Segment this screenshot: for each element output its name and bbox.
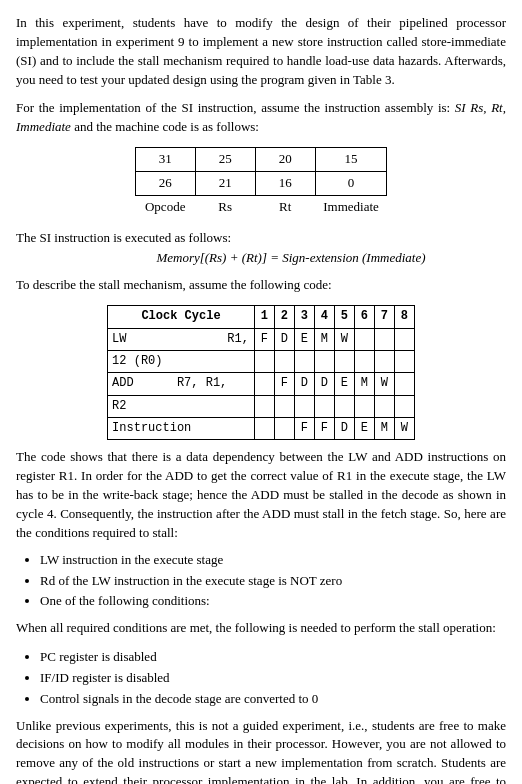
- lw-c3: E: [294, 328, 314, 350]
- instr-c2: [274, 418, 294, 440]
- lwr0-c1: [254, 350, 274, 372]
- lwr0-c5: [334, 350, 354, 372]
- lwr0-c2: [274, 350, 294, 372]
- si-intro-text: For the implementation of the SI instruc…: [16, 100, 455, 115]
- lw-c7: [374, 328, 394, 350]
- add-c2: F: [274, 373, 294, 395]
- add-r2-row: R2: [108, 395, 415, 417]
- cell-rt: Rt: [255, 195, 315, 218]
- lw-c4: M: [314, 328, 334, 350]
- addr2-c1: [254, 395, 274, 417]
- stall-bullet-1: LW instruction in the execute stage: [40, 551, 506, 570]
- cell-20: 20: [255, 148, 315, 172]
- clock-table-wrapper: Clock Cycle 1 2 3 4 5 6 7 8 LW R1, F D E…: [16, 305, 506, 440]
- cell-immediate: Immediate: [315, 195, 387, 218]
- lwr0-c3: [294, 350, 314, 372]
- cell-15: 15: [315, 148, 387, 172]
- col-4: 4: [314, 306, 334, 328]
- cell-16: 16: [255, 171, 315, 195]
- stall-op-bullet-3: Control signals in the decode stage are …: [40, 690, 506, 709]
- col-5: 5: [334, 306, 354, 328]
- lwr0-c6: [354, 350, 374, 372]
- lwr0-c4: [314, 350, 334, 372]
- stall-op-bullet-2: IF/ID register is disabled: [40, 669, 506, 688]
- lw-r0-row: 12 (R0): [108, 350, 415, 372]
- addr2-c5: [334, 395, 354, 417]
- table-row-top: 31 25 20 15: [135, 148, 387, 172]
- instr-row: Instruction F F D E M W: [108, 418, 415, 440]
- col-6: 6: [354, 306, 374, 328]
- add-c6: M: [354, 373, 374, 395]
- addr2-c7: [374, 395, 394, 417]
- instr-c1: [254, 418, 274, 440]
- add-c5: E: [334, 373, 354, 395]
- stall-bullet-3: One of the following conditions:: [40, 592, 506, 611]
- col-1: 1: [254, 306, 274, 328]
- instr-c7: M: [374, 418, 394, 440]
- intro-paragraph: In this experiment, students have to mod…: [16, 14, 506, 89]
- col-8: 8: [394, 306, 414, 328]
- addr2-c8: [394, 395, 414, 417]
- instr-c6: E: [354, 418, 374, 440]
- table-row-labels: Opcode Rs Rt Immediate: [135, 195, 387, 218]
- lw-label: LW R1,: [108, 328, 255, 350]
- lw-c5: W: [334, 328, 354, 350]
- lwr0-c8: [394, 350, 414, 372]
- instr-c4: F: [314, 418, 334, 440]
- execution-formula: Memory[(Rs) + (Rt)] = Sign-extension (Im…: [76, 249, 506, 268]
- addr2-c4: [314, 395, 334, 417]
- cell-25: 25: [195, 148, 255, 172]
- cell-26: 26: [135, 171, 195, 195]
- lw-c2: D: [274, 328, 294, 350]
- stall-op-bullet-1: PC register is disabled: [40, 648, 506, 667]
- cell-rs: Rs: [195, 195, 255, 218]
- cell-31: 31: [135, 148, 195, 172]
- add-row: ADD R7, R1, F D D E M W: [108, 373, 415, 395]
- clock-cycle-header: Clock Cycle: [108, 306, 255, 328]
- col-2: 2: [274, 306, 294, 328]
- add-c4: D: [314, 373, 334, 395]
- addr2-c3: [294, 395, 314, 417]
- lw-c1: F: [254, 328, 274, 350]
- dependency-paragraph: The code shows that there is a data depe…: [16, 448, 506, 542]
- execution-label: The SI instruction is executed as follow…: [16, 229, 506, 248]
- lw-c6: [354, 328, 374, 350]
- add-c8: [394, 373, 414, 395]
- cell-21: 21: [195, 171, 255, 195]
- clock-header-row: Clock Cycle 1 2 3 4 5 6 7 8: [108, 306, 415, 328]
- stall-intro: To describe the stall mechanism, assume …: [16, 276, 506, 295]
- instr-c3: F: [294, 418, 314, 440]
- col-7: 7: [374, 306, 394, 328]
- addr2-c2: [274, 395, 294, 417]
- instr-label: Instruction: [108, 418, 255, 440]
- si-intro-paragraph: For the implementation of the SI instruc…: [16, 99, 506, 137]
- lw-c8: [394, 328, 414, 350]
- add-c1: [254, 373, 274, 395]
- instruction-encoding-table: 31 25 20 15 26 21 16 0 Opcode Rs Rt Imme…: [135, 147, 388, 219]
- instruction-encoding-table-wrapper: 31 25 20 15 26 21 16 0 Opcode Rs Rt Imme…: [16, 147, 506, 219]
- unlike-paragraph: Unlike previous experiments, this is not…: [16, 717, 506, 784]
- col-3: 3: [294, 306, 314, 328]
- lw-row: LW R1, F D E M W: [108, 328, 415, 350]
- lwr0-c7: [374, 350, 394, 372]
- add-c3: D: [294, 373, 314, 395]
- add-c7: W: [374, 373, 394, 395]
- stall-operation-intro: When all required conditions are met, th…: [16, 619, 506, 638]
- cell-0: 0: [315, 171, 387, 195]
- lw-r0-label: 12 (R0): [108, 350, 255, 372]
- clock-cycle-table: Clock Cycle 1 2 3 4 5 6 7 8 LW R1, F D E…: [107, 305, 415, 440]
- stall-operation-bullets-list: PC register is disabled IF/ID register i…: [40, 648, 506, 709]
- add-r2-label: R2: [108, 395, 255, 417]
- table-row-mid: 26 21 16 0: [135, 171, 387, 195]
- stall-bullet-2: Rd of the LW instruction in the execute …: [40, 572, 506, 591]
- instr-c5: D: [334, 418, 354, 440]
- add-label: ADD R7, R1,: [108, 373, 255, 395]
- stall-bullets-list: LW instruction in the execute stage Rd o…: [40, 551, 506, 612]
- addr2-c6: [354, 395, 374, 417]
- cell-opcode: Opcode: [135, 195, 195, 218]
- si-intro2-text: and the machine code is as follows:: [71, 119, 259, 134]
- instr-c8: W: [394, 418, 414, 440]
